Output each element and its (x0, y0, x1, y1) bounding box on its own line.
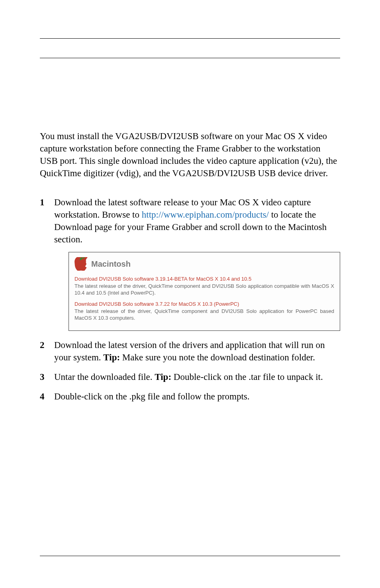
mac-download-desc-2: The latest release of the driver, QuickT… (74, 308, 334, 322)
step-4: Double-click on the .pkg file and follow… (40, 390, 340, 403)
macintosh-header: Macintosh (74, 257, 334, 271)
step-1: Download the latest software release to … (40, 196, 340, 330)
apple-icon (74, 257, 88, 271)
mac-download-block-1: Download DVI2USB Solo software 3.19.14-B… (74, 275, 334, 297)
mac-download-link-2[interactable]: Download DVI2USB Solo software 3.7.22 fo… (74, 301, 239, 307)
epiphan-products-link[interactable]: http://www.epiphan.com/products/ (142, 210, 269, 220)
step-2-tip-text: Make sure you note the download destinat… (120, 352, 315, 362)
bottom-divider (40, 556, 340, 556)
mac-download-link-1[interactable]: Download DVI2USB Solo software 3.19.14-B… (74, 276, 251, 282)
top-divider-1 (40, 38, 340, 39)
mac-download-desc-1: The latest release of the driver, QuickT… (74, 283, 334, 297)
macintosh-download-box: Macintosh Download DVI2USB Solo software… (69, 252, 340, 330)
steps-list: Download the latest software release to … (40, 196, 340, 403)
step-3-tip-label: Tip: (155, 372, 171, 382)
document-page: You must install the VGA2USB/DVI2USB sof… (0, 0, 380, 588)
step-2: Download the latest version of the drive… (40, 339, 340, 364)
mac-download-block-2: Download DVI2USB Solo software 3.7.22 fo… (74, 301, 334, 322)
top-divider-2 (40, 58, 340, 58)
step-2-tip-label: Tip: (103, 352, 120, 362)
macintosh-title: Macintosh (91, 259, 131, 269)
step-3: Untar the downloaded file. Tip: Double-c… (40, 371, 340, 383)
step-3-tip-text: Double-click on the .tar file to unpack … (171, 372, 323, 382)
step-4-text: Double-click on the .pkg file and follow… (54, 391, 250, 401)
step-3-text-a: Untar the downloaded file. (54, 372, 155, 382)
intro-paragraph: You must install the VGA2USB/DVI2USB sof… (40, 130, 340, 179)
